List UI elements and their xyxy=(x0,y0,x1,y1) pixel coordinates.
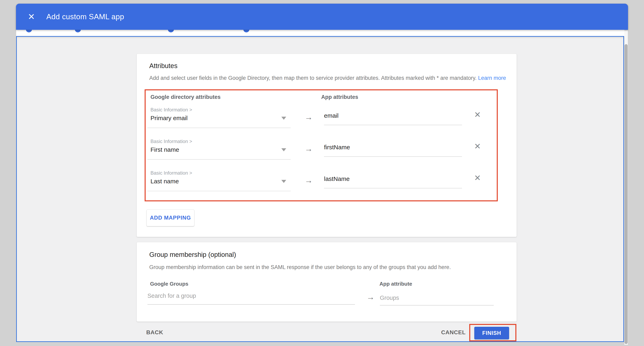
directory-attribute-select[interactable]: Primary email xyxy=(148,112,291,127)
attributes-description-text: Add and select user fields in the Google… xyxy=(149,75,476,81)
stepper-dot xyxy=(243,30,250,32)
mapping-row: Basic Information > Last name → ✕ xyxy=(137,170,517,202)
dialog-title: Add custom SAML app xyxy=(46,13,124,21)
remove-mapping-icon[interactable]: ✕ xyxy=(474,111,481,119)
directory-category-label: Basic Information > xyxy=(150,138,192,144)
screen: ✕ Add custom SAML app Attributes Add and… xyxy=(0,0,644,346)
directory-attribute-value: Last name xyxy=(150,178,179,185)
attributes-card-description: Add and select user fields in the Google… xyxy=(149,75,506,81)
app-attribute-input[interactable] xyxy=(324,112,458,119)
input-underline xyxy=(324,156,462,157)
mapping-row: Basic Information > First name → ✕ xyxy=(137,138,517,170)
directory-category-label: Basic Information > xyxy=(150,107,192,113)
select-underline xyxy=(148,159,291,160)
stepper-dot xyxy=(75,30,81,32)
mapping-row: Basic Information > Primary email → ✕ xyxy=(137,107,517,138)
arrow-right-icon: → xyxy=(304,113,313,122)
arrow-right-icon: → xyxy=(304,144,313,153)
dropdown-caret-icon xyxy=(281,148,286,151)
directory-attribute-select[interactable]: Last name xyxy=(148,176,291,191)
stepper-dot xyxy=(168,30,174,32)
select-underline xyxy=(148,128,291,128)
group-card-description: Group membership information can be sent… xyxy=(149,264,451,270)
dialog-header: ✕ Add custom SAML app xyxy=(16,4,628,30)
directory-attribute-value: Primary email xyxy=(150,115,188,121)
app-attribute-label: App attribute xyxy=(380,281,412,287)
input-underline xyxy=(324,188,462,188)
group-search-underline xyxy=(148,304,355,305)
dropdown-caret-icon xyxy=(281,117,286,120)
group-search-input[interactable] xyxy=(148,292,354,299)
attributes-card: Attributes Add and select user fields in… xyxy=(136,54,517,237)
remove-mapping-icon[interactable]: ✕ xyxy=(474,174,481,182)
remove-mapping-icon[interactable]: ✕ xyxy=(474,142,481,150)
google-groups-label: Google Groups xyxy=(150,281,188,287)
stepper-strip xyxy=(16,30,624,36)
attributes-card-title: Attributes xyxy=(149,62,178,70)
learn-more-link[interactable]: Learn more xyxy=(478,75,506,81)
scrollbar[interactable] xyxy=(624,30,628,345)
back-button[interactable]: BACK xyxy=(146,329,163,336)
stepper-dot xyxy=(26,30,32,32)
add-mapping-button[interactable]: ADD MAPPING xyxy=(146,210,194,226)
group-app-attribute-underline xyxy=(380,305,494,305)
group-card-title: Group membership (optional) xyxy=(149,251,236,258)
scrollbar-thumb[interactable] xyxy=(624,44,628,344)
app-attribute-input[interactable] xyxy=(324,144,458,151)
arrow-right-icon: → xyxy=(304,176,313,185)
input-underline xyxy=(324,125,462,125)
group-membership-card: Group membership (optional) Group member… xyxy=(136,242,517,322)
directory-attribute-select[interactable]: First name xyxy=(148,144,291,159)
dropdown-caret-icon xyxy=(281,180,286,183)
group-app-attribute-input[interactable] xyxy=(380,294,493,301)
cancel-button[interactable]: CANCEL xyxy=(441,329,466,336)
arrow-right-icon: → xyxy=(366,292,374,302)
close-icon[interactable]: ✕ xyxy=(25,13,38,21)
directory-attribute-value: First name xyxy=(150,146,179,153)
finish-button[interactable]: FINISH xyxy=(474,327,509,339)
dialog-body: Attributes Add and select user fields in… xyxy=(16,36,624,342)
select-underline xyxy=(148,191,291,191)
app-attribute-input[interactable] xyxy=(324,176,458,182)
directory-category-label: Basic Information > xyxy=(150,170,192,176)
app-attributes-column-header: App attributes xyxy=(321,94,358,100)
directory-attributes-column-header: Google directory attributes xyxy=(150,94,221,100)
